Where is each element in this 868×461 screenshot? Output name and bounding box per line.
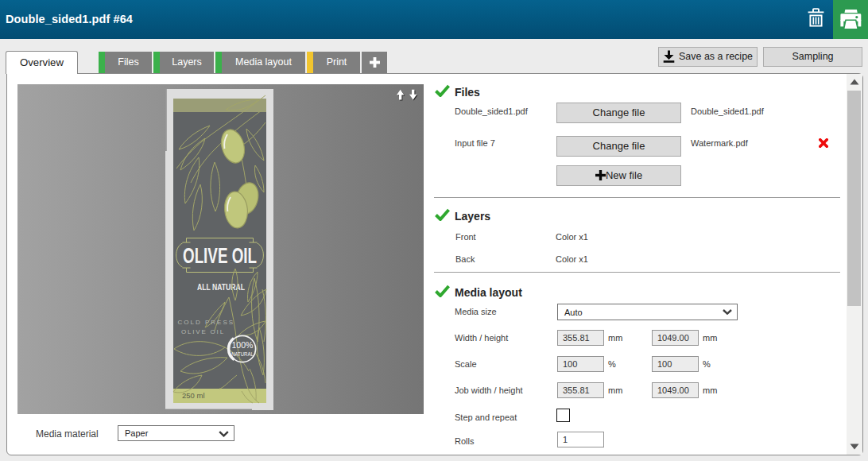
svg-text:COLD PRESS: COLD PRESS: [178, 319, 235, 326]
svg-text:OLIVE OIL: OLIVE OIL: [183, 244, 257, 268]
svg-text:100%: 100%: [232, 340, 254, 350]
svg-text:250 ml: 250 ml: [182, 391, 205, 400]
svg-text:NATURAL: NATURAL: [231, 351, 254, 357]
svg-text:OLIVE OIL: OLIVE OIL: [181, 328, 225, 335]
